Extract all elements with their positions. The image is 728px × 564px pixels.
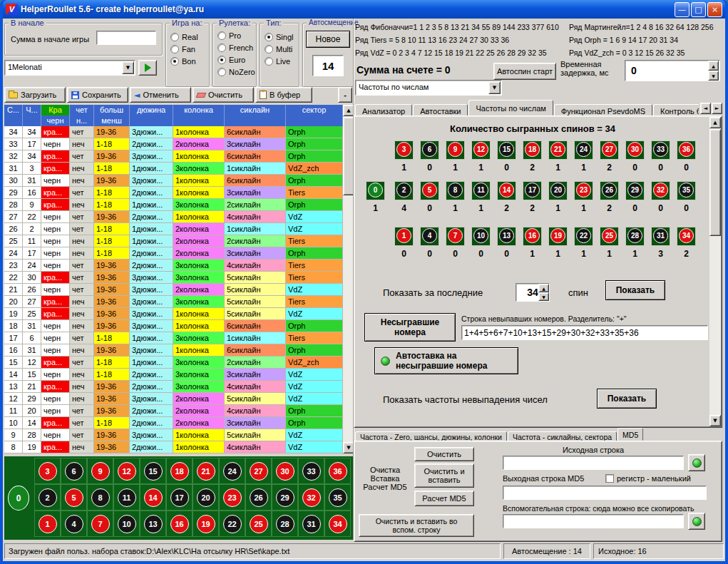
freq-number-11[interactable]: 11 (471, 181, 491, 200)
preset-select[interactable]: 1Melonati ▼ (4, 60, 135, 76)
board-number-15[interactable]: 15 (140, 458, 166, 484)
table-row[interactable]: 1631черннеч19-363дюжи...1колонка6сиклайн… (4, 344, 354, 357)
board-number-2[interactable]: 2 (34, 484, 61, 511)
mode-select[interactable]: Частоты по числам ▼ (355, 80, 502, 96)
show-last-button[interactable]: Показать (605, 280, 665, 300)
freq-number-27[interactable]: 27 (600, 140, 619, 160)
table-row[interactable]: 928чернчет19-363дюжи...1колонка5сиклайнV… (4, 429, 354, 441)
board-number-25[interactable]: 25 (245, 511, 272, 537)
scrollbar-thumb[interactable] (709, 129, 721, 236)
freq-number-23[interactable]: 23 (574, 181, 593, 200)
freq-number-19[interactable]: 19 (548, 227, 568, 246)
radio-Multi[interactable]: Multi (260, 43, 299, 55)
table-row[interactable]: 2916кра...чет1-182дюжи...1колонка3сиклай… (4, 187, 354, 199)
freq-number-25[interactable]: 25 (600, 227, 619, 246)
start-sum-input[interactable] (96, 31, 156, 45)
delay-spinner[interactable]: 0 (625, 60, 720, 81)
minimize-button[interactable]: — (675, 2, 689, 17)
freq-number-22[interactable]: 22 (574, 227, 593, 246)
tab-scroll-right-button[interactable]: ► (712, 103, 722, 114)
freq-number-17[interactable]: 17 (523, 181, 542, 200)
board-number-22[interactable]: 22 (219, 511, 245, 537)
board-number-31[interactable]: 31 (298, 511, 324, 537)
md5-aux-input[interactable] (503, 514, 684, 528)
tab-Частоты по числам[interactable]: Частоты по числам (468, 100, 553, 116)
md5-case-checkbox[interactable]: регистр - маленький (605, 474, 691, 483)
freq-number-7[interactable]: 7 (446, 227, 465, 246)
table-row[interactable]: 3234кра...чет19-363дюжи...1колонка6сикла… (4, 150, 354, 163)
board-number-34[interactable]: 34 (324, 511, 351, 537)
column-header[interactable]: большменш (94, 105, 130, 126)
checkbox-icon[interactable] (605, 474, 614, 483)
table-row[interactable]: 1415черннеч1-182дюжи...3колонка3сиклайнV… (4, 369, 354, 381)
board-number-16[interactable]: 16 (166, 511, 193, 537)
table-row[interactable]: 3317черннеч1-182дюжи...2колонка3сиклайнO… (4, 138, 354, 150)
board-number-0[interactable]: 0 (8, 486, 29, 511)
clear-button[interactable]: Очистить (193, 87, 254, 103)
spin-down-icon[interactable]: ▼ (708, 71, 719, 81)
freq-number-5[interactable]: 5 (420, 181, 439, 200)
column-header[interactable]: четн... (70, 105, 94, 126)
table-row[interactable]: 3434кра...чет19-363дюжи...1колонка6сикла… (4, 126, 354, 138)
md5-clear-button[interactable]: Очистить (414, 447, 474, 461)
freq-number-8[interactable]: 8 (446, 181, 465, 200)
freq-number-30[interactable]: 30 (625, 140, 645, 160)
table-row[interactable]: 1321кра...неч19-362дюжи...3колонка4сикла… (4, 381, 354, 393)
table-row[interactable]: 819кра...неч19-362дюжи...1колонка4сиклай… (4, 441, 354, 453)
tab-Автоставки[interactable]: Автоставки (413, 104, 468, 116)
table-row[interactable]: 262чернчет1-181дюжи...2колонка1сиклайнVd… (4, 223, 354, 235)
spin-down-icon[interactable]: ▼ (538, 292, 549, 301)
board-number-23[interactable]: 23 (219, 484, 245, 511)
table-row[interactable]: 2511черннеч1-181дюжи...2колонка2сиклайнT… (4, 235, 354, 247)
freq-number-36[interactable]: 36 (677, 140, 696, 160)
freq-number-2[interactable]: 2 (394, 181, 414, 200)
radio-Pro[interactable]: Pro (213, 29, 256, 41)
freq-number-0[interactable]: 0 (366, 181, 385, 200)
radio-Live[interactable]: Live (260, 55, 299, 67)
table-row[interactable]: 176чернчет1-181дюжи...3колонка1сиклайнTi… (4, 332, 354, 344)
board-number-7[interactable]: 7 (87, 511, 113, 537)
radio-NoZero[interactable]: NoZero (213, 66, 256, 78)
table-row[interactable]: 2126чернчет19-363дюжи...2колонка5сиклайн… (4, 284, 354, 296)
freq-number-15[interactable]: 15 (497, 140, 516, 160)
autospin-start-button[interactable]: Автоспин старт (493, 63, 556, 80)
board-number-33[interactable]: 33 (298, 458, 324, 484)
tab-Контроль банкрол[interactable]: Контроль банкрол (653, 104, 699, 116)
scroll-down-button[interactable]: ▼ (709, 415, 721, 426)
chevron-down-icon[interactable]: ▼ (488, 81, 501, 94)
freq-number-29[interactable]: 29 (625, 181, 645, 200)
radio-Singl[interactable]: Singl (260, 31, 299, 43)
table-row[interactable]: 2324чернчет19-362дюжи...3колонка4сиклайн… (4, 260, 354, 272)
board-number-12[interactable]: 12 (113, 458, 140, 484)
freq-number-33[interactable]: 33 (651, 140, 670, 160)
column-header[interactable]: дюжина (130, 105, 173, 126)
copy-buffer-button[interactable]: В буфер (255, 87, 312, 103)
freq-number-20[interactable]: 20 (548, 181, 568, 200)
tab-Частота - Zero, шансы, дюжины, колонки[interactable]: Частота - Zero, шансы, дюжины, колонки (355, 431, 507, 441)
load-button[interactable]: Загрузить (4, 87, 66, 103)
table-row[interactable]: 2722чернчет19-362дюжи...1колонка4сиклайн… (4, 211, 354, 223)
unplayed-string-input[interactable] (461, 325, 708, 340)
freq-number-4[interactable]: 4 (420, 227, 439, 246)
md5-calc-button[interactable]: Расчет MD5 (414, 491, 474, 506)
board-number-8[interactable]: 8 (87, 484, 113, 511)
table-row[interactable]: 2027кра...неч19-363дюжи...3колонка5сикла… (4, 296, 354, 308)
board-number-10[interactable]: 10 (113, 511, 140, 537)
minus-button[interactable]: - (338, 87, 352, 103)
freq-number-18[interactable]: 18 (523, 140, 542, 160)
board-number-11[interactable]: 11 (113, 484, 140, 511)
radio-Euro[interactable]: Euro (213, 53, 256, 66)
table-row[interactable]: 289кра...неч1-181дюжи...3колонка2сиклайн… (4, 199, 354, 211)
table-row[interactable]: 2230кра...чет19-363дюжи...3колонка5сикла… (4, 272, 354, 284)
table-row[interactable]: 1925кра...неч19-363дюжи...1колонка5сикла… (4, 308, 354, 320)
freq-number-14[interactable]: 14 (497, 181, 516, 200)
radio-Bon[interactable]: Bon (166, 55, 209, 67)
board-number-18[interactable]: 18 (166, 458, 193, 484)
board-number-1[interactable]: 1 (34, 511, 61, 537)
board-number-32[interactable]: 32 (298, 484, 324, 511)
board-number-21[interactable]: 21 (193, 458, 219, 484)
md5-out-input[interactable] (503, 486, 707, 500)
table-row[interactable]: 313кра...неч1-181дюжи...3колонка1сиклайн… (4, 163, 354, 175)
miss-freq-show-button[interactable]: Показать (597, 389, 657, 409)
board-number-4[interactable]: 4 (61, 511, 87, 537)
